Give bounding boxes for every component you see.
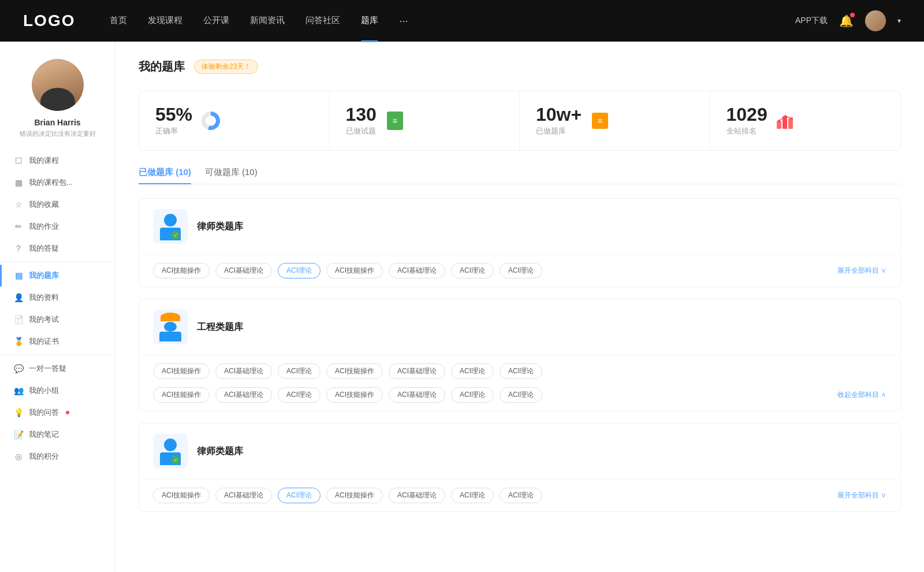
tag-2-2[interactable]: ACI基础理论 <box>215 363 272 379</box>
nav-question-bank[interactable]: 题库 <box>361 15 378 27</box>
main-content: 我的题库 体验剩余23天！ 55% 正确率 130 已做试题 <box>116 42 924 572</box>
collapse-link-engineer[interactable]: 收起全部科目 ∧ <box>837 390 886 400</box>
list-orange-icon <box>590 110 610 131</box>
tag-1-3[interactable]: ACI理论 <box>278 263 321 278</box>
sidebar-item-notes[interactable]: 📝 我的笔记 <box>0 424 115 445</box>
accuracy-label: 正确率 <box>155 126 192 136</box>
tag-2-6[interactable]: ACI理论 <box>451 363 494 379</box>
sidebar: Brian Harris 错误的决定比没有决定要好 ☐ 我的课程 ▦ 我的课程包… <box>0 42 116 572</box>
sidebar-item-certificate[interactable]: 🏅 我的证书 <box>0 330 115 352</box>
tag-1-2[interactable]: ACI基础理论 <box>215 263 272 278</box>
question-circle-icon: ? <box>14 244 23 253</box>
tag-2-3[interactable]: ACI理论 <box>278 363 321 379</box>
bank-title-lawyer-2: 律师类题库 <box>197 445 243 458</box>
nav-open-course[interactable]: 公开课 <box>203 15 229 27</box>
tag-3-1[interactable]: ACI技能操作 <box>153 488 210 503</box>
tag-1-4[interactable]: ACI技能操作 <box>326 263 383 278</box>
sidebar-motto: 错误的决定比没有决定要好 <box>14 129 102 138</box>
bank-title-lawyer-1: 律师类题库 <box>197 221 243 233</box>
lawyer-icon-wrap-1 <box>153 209 188 244</box>
sidebar-item-homework[interactable]: ✏ 我的作业 <box>0 216 115 237</box>
tag-1-1[interactable]: ACI技能操作 <box>153 263 210 278</box>
bank-card-header-lawyer-2: 律师类题库 <box>139 424 900 480</box>
tab-available-banks[interactable]: 可做题库 (10) <box>205 167 258 184</box>
tag-3-4[interactable]: ACI技能操作 <box>326 488 383 503</box>
tag-2-1[interactable]: ACI技能操作 <box>153 363 210 379</box>
svg-point-4 <box>784 115 787 117</box>
sidebar-item-exam[interactable]: 📄 我的考试 <box>0 309 115 330</box>
tag-3-6[interactable]: ACI理论 <box>451 488 494 503</box>
bank-card-lawyer-2: 律师类题库 ACI技能操作 ACI基础理论 ACI理论 ACI技能操作 ACI基… <box>139 423 901 512</box>
tag-1-7[interactable]: ACI理论 <box>500 263 542 278</box>
nav-news[interactable]: 新闻资讯 <box>250 15 285 27</box>
sidebar-item-my-course[interactable]: ☐ 我的课程 <box>0 150 115 172</box>
tag-2-12[interactable]: ACI基础理论 <box>389 387 445 403</box>
sidebar-item-favorites[interactable]: ☆ 我的收藏 <box>0 194 115 216</box>
tag-3-2[interactable]: ACI基础理论 <box>215 488 272 503</box>
sidebar-item-points[interactable]: ◎ 我的积分 <box>0 445 115 467</box>
user-avatar[interactable] <box>865 10 886 31</box>
expand-link-lawyer-2[interactable]: 展开全部科目 ∨ <box>837 491 886 500</box>
tab-done-banks[interactable]: 已做题库 (10) <box>139 167 191 184</box>
bank-tags-engineer-row2: ACI技能操作 ACI基础理论 ACI理论 ACI技能操作 ACI基础理论 AC… <box>139 387 900 411</box>
tag-1-5[interactable]: ACI基础理论 <box>389 263 445 278</box>
sidebar-divider-1 <box>0 262 115 262</box>
bank-tags-engineer-row1: ACI技能操作 ACI基础理论 ACI理论 ACI技能操作 ACI基础理论 AC… <box>139 355 900 387</box>
app-download-button[interactable]: APP下载 <box>795 16 828 26</box>
nav-links: 首页 发现课程 公开课 新闻资讯 问答社区 题库 ··· <box>110 15 795 27</box>
nav-home[interactable]: 首页 <box>110 15 127 27</box>
doc-green-visual <box>387 112 403 130</box>
tag-2-11[interactable]: ACI技能操作 <box>326 387 383 403</box>
notification-bell[interactable]: 🔔 <box>839 14 854 28</box>
tag-3-7[interactable]: ACI理论 <box>500 488 542 503</box>
user-menu-arrow[interactable]: ▾ <box>897 17 901 25</box>
bar-chart-visual <box>777 113 795 129</box>
sidebar-item-one-on-one[interactable]: 💬 一对一答疑 <box>0 358 115 380</box>
tag-2-10[interactable]: ACI理论 <box>278 387 321 403</box>
navbar: LOGO 首页 发现课程 公开课 新闻资讯 问答社区 题库 ··· APP下载 … <box>0 0 924 42</box>
bank-title-engineer: 工程类题库 <box>197 321 243 333</box>
nav-more[interactable]: ··· <box>399 15 408 27</box>
sidebar-item-my-qa[interactable]: 💡 我的问答 <box>0 402 115 424</box>
engineer-avatar-icon <box>158 313 183 341</box>
nav-discover[interactable]: 发现课程 <box>148 15 182 27</box>
expand-link-lawyer-1[interactable]: 展开全部科目 ∨ <box>837 266 886 276</box>
tag-3-3[interactable]: ACI理论 <box>278 488 321 503</box>
sidebar-username: Brian Harris <box>34 118 80 127</box>
bank-card-engineer: 工程类题库 ACI技能操作 ACI基础理论 ACI理论 ACI技能操作 ACI基… <box>139 299 901 411</box>
pie-chart-icon <box>200 110 221 131</box>
sidebar-item-profile[interactable]: 👤 我的资料 <box>0 287 115 309</box>
tag-2-13[interactable]: ACI理论 <box>451 387 494 403</box>
tag-2-8[interactable]: ACI技能操作 <box>153 387 210 403</box>
tag-2-5[interactable]: ACI基础理论 <box>389 363 445 379</box>
note-icon: 📝 <box>14 430 23 439</box>
file-icon: ☐ <box>14 156 23 165</box>
points-icon: ◎ <box>14 452 23 461</box>
svg-point-3 <box>778 120 780 122</box>
done-questions-label: 已做试题 <box>346 126 377 136</box>
sidebar-avatar <box>32 59 84 111</box>
tag-2-14[interactable]: ACI理论 <box>500 387 542 403</box>
sidebar-item-group[interactable]: 👥 我的小组 <box>0 380 115 402</box>
tag-2-7[interactable]: ACI理论 <box>500 363 542 379</box>
tag-2-9[interactable]: ACI基础理论 <box>215 387 272 403</box>
sidebar-item-ask[interactable]: ? 我的答疑 <box>0 237 115 259</box>
tag-2-4[interactable]: ACI技能操作 <box>326 363 383 379</box>
tag-3-5[interactable]: ACI基础理论 <box>389 488 445 503</box>
stat-accuracy: 55% 正确率 <box>139 91 330 150</box>
ranking-number: 1029 <box>726 105 767 124</box>
logo[interactable]: LOGO <box>23 12 75 30</box>
tag-1-6[interactable]: ACI理论 <box>451 263 494 278</box>
nav-qa-community[interactable]: 问答社区 <box>305 15 340 27</box>
engineer-icon-wrap <box>153 310 188 344</box>
sidebar-item-course-package[interactable]: ▦ 我的课程包... <box>0 172 115 194</box>
svg-point-5 <box>791 117 793 120</box>
chart-bar-icon: ▦ <box>14 178 23 187</box>
list-orange-visual <box>592 113 608 129</box>
sidebar-item-question-bank[interactable]: ▤ 我的题库 <box>0 265 115 287</box>
done-banks-number: 10w+ <box>536 105 582 124</box>
page-layout: Brian Harris 错误的决定比没有决定要好 ☐ 我的课程 ▦ 我的课程包… <box>0 42 924 572</box>
bank-card-header-engineer: 工程类题库 <box>139 299 900 355</box>
done-banks-label: 已做题库 <box>536 126 582 136</box>
chat-icon: 💬 <box>14 364 23 373</box>
